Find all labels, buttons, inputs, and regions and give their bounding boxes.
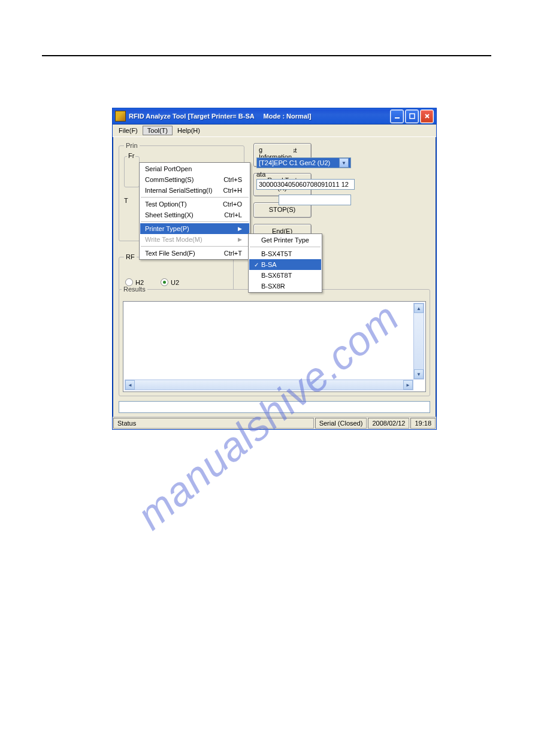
- submenu-b-sa[interactable]: ✓B-SA: [249, 259, 321, 270]
- app-icon: [115, 111, 126, 122]
- horizontal-scrollbar[interactable]: ◄ ►: [125, 379, 413, 390]
- page-divider: [42, 55, 491, 56]
- status-serial: Serial (Closed): [315, 418, 367, 429]
- menu-file[interactable]: File(F): [114, 126, 143, 135]
- menu-separator: [141, 246, 249, 247]
- minimize-icon: [394, 113, 400, 119]
- maximize-icon: [409, 113, 415, 119]
- status-label: Status: [113, 418, 314, 429]
- check-icon: ✓: [254, 262, 260, 268]
- results-group-label: Results: [122, 286, 147, 293]
- svg-rect-0: [395, 117, 400, 119]
- submenu-get-printer-type[interactable]: Get Printer Type: [249, 235, 321, 245]
- results-textarea[interactable]: ▲ ▼ ◄ ►: [123, 301, 426, 392]
- t-label: T: [124, 197, 128, 204]
- window-title: RFID Analyze Tool [Target Printer= B-SA …: [129, 113, 389, 120]
- client-area: Prin Fr T g Information [T24]EPC C1 Gen2…: [113, 137, 436, 417]
- rf-group-label: RF: [124, 253, 137, 260]
- menu-bar: File(F) Tool(T) Help(H): [113, 125, 436, 137]
- menu-text-file-send[interactable]: Text File Send(F)Ctrl+T: [140, 248, 249, 259]
- chevron-right-icon: ▶: [238, 236, 242, 242]
- title-bar: RFID Analyze Tool [Target Printer= B-SA …: [113, 108, 436, 125]
- submenu-b-sx4t5t[interactable]: B-SX4T5T: [249, 248, 321, 259]
- scroll-down-icon[interactable]: ▼: [414, 369, 424, 379]
- scroll-right-icon[interactable]: ►: [403, 380, 413, 390]
- printer-type-submenu: Get Printer Type B-SX4T5T ✓B-SA B-SX6T8T…: [248, 233, 322, 293]
- app-window: RFID Analyze Tool [Target Printer= B-SA …: [112, 108, 437, 430]
- close-icon: [424, 113, 430, 119]
- chevron-down-icon: ▼: [339, 158, 349, 168]
- fr-subgroup-label: Fr: [127, 152, 135, 159]
- submenu-b-sx8r[interactable]: B-SX8R: [249, 281, 321, 292]
- id-input[interactable]: [279, 195, 351, 205]
- menu-write-test-mode: Write Test Mode(M)▶: [140, 234, 249, 245]
- submenu-b-sx6t8t[interactable]: B-SX6T8T: [249, 270, 321, 281]
- minimize-button[interactable]: [390, 110, 404, 123]
- menu-internal-serial[interactable]: Internal SerialSetting(I)Ctrl+H: [140, 185, 249, 196]
- chevron-right-icon: ▶: [238, 226, 242, 232]
- vertical-scrollbar[interactable]: ▲ ▼: [413, 303, 424, 379]
- menu-printer-type[interactable]: Printer Type(P)▶: [140, 223, 249, 234]
- menu-tool[interactable]: Tool(T): [143, 126, 173, 135]
- status-textbox[interactable]: [119, 401, 430, 413]
- menu-serial-port-open[interactable]: Serial PortOpen: [140, 163, 249, 174]
- status-date: 2008/02/12: [368, 418, 409, 429]
- results-group: Results ▲ ▼ ◄ ►: [119, 286, 430, 396]
- menu-sheet-setting[interactable]: Sheet Setting(X)Ctrl+L: [140, 210, 249, 220]
- data-input[interactable]: 3000030405060708091011 12: [256, 179, 355, 190]
- status-time: 19:18: [410, 418, 436, 429]
- menu-comm-setting[interactable]: CommSetting(S)Ctrl+S: [140, 174, 249, 185]
- scroll-left-icon[interactable]: ◄: [125, 380, 135, 390]
- scroll-up-icon[interactable]: ▲: [414, 303, 424, 313]
- printer-group-label: Prin: [124, 142, 140, 149]
- radio-u2-label: U2: [171, 279, 179, 286]
- menu-separator: [141, 197, 249, 198]
- menu-separator: [141, 221, 249, 222]
- tag-type-select[interactable]: [T24]EPC C1 Gen2 (U2) ▼: [256, 157, 351, 168]
- menu-test-option[interactable]: Test Option(T)Ctrl+O: [140, 199, 249, 210]
- maximize-button[interactable]: [405, 110, 419, 123]
- tool-menu: Serial PortOpen CommSetting(S)Ctrl+S Int…: [139, 162, 250, 260]
- close-button[interactable]: [420, 110, 434, 123]
- status-bar: Status Serial (Closed) 2008/02/12 19:18: [113, 417, 436, 429]
- menu-help[interactable]: Help(H): [173, 126, 205, 135]
- fr-subgroup: [124, 156, 140, 187]
- radio-h2-label: H2: [135, 279, 144, 286]
- menu-separator: [250, 247, 321, 247]
- tag-type-value: [T24]EPC C1 Gen2 (U2): [259, 159, 330, 166]
- svg-rect-1: [410, 114, 415, 119]
